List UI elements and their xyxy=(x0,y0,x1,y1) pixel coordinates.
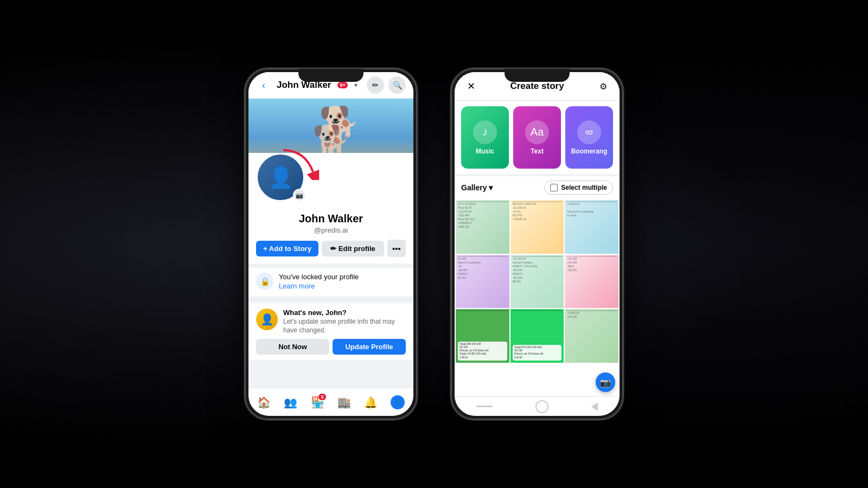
gallery-item-8[interactable]: Target $70-298 (140=sell)SD 238Refusal: … xyxy=(510,309,564,363)
text-label: Text xyxy=(531,147,544,155)
music-label: Music xyxy=(476,147,494,155)
nav-profile[interactable]: 👤 xyxy=(387,391,409,413)
notification-badge: 9+ xyxy=(337,82,347,88)
story-bottom-nav xyxy=(455,396,620,416)
edit-profile-button[interactable]: ✏ Edit profile xyxy=(322,241,384,256)
nav-notifications[interactable]: 🔔 xyxy=(360,391,382,413)
gallery-item-9[interactable]: +9,500.00+$3,200 xyxy=(565,309,618,363)
gallery-dropdown[interactable]: Gallery ▾ xyxy=(461,183,493,192)
phone-1: 12:48 LTE ‹ John Walker 9+ xyxy=(244,68,418,420)
story-type-text[interactable]: Aa Text xyxy=(513,106,561,169)
story-settings-button[interactable]: ⚙ xyxy=(595,78,612,95)
gallery-item-6[interactable]: +$3,400+$1,800-$900+$5,200 xyxy=(565,255,618,309)
select-multiple-icon xyxy=(550,184,558,191)
nav-home[interactable]: 🏠 xyxy=(253,391,275,413)
gallery-item-7-content: Target $85-290-398SD 238Refusal: yet 145… xyxy=(458,342,507,361)
profile-username: @predis.ai xyxy=(256,226,406,234)
story-nav-back xyxy=(591,402,598,411)
story-nav-hamburger xyxy=(476,406,493,407)
gallery-item-5[interactable]: +57,353.00Closed PositionsFINNITY (TXUA-… xyxy=(510,255,564,309)
search-icon-button[interactable]: 🔍 xyxy=(388,76,406,94)
learn-more-link[interactable]: Learn more xyxy=(279,282,315,290)
gallery-item-8-content: Target $70-298 (140=sell)SD 238Refusal: … xyxy=(513,345,562,361)
boomerang-label: Boomerang xyxy=(571,147,608,155)
gallery-item-6-text: +$3,400+$1,800-$900+$5,200 xyxy=(567,257,577,272)
add-to-story-button[interactable]: + Add to Story xyxy=(256,241,318,256)
story-close-button[interactable]: ✕ xyxy=(462,78,480,95)
story-type-music[interactable]: ♪ Music xyxy=(461,106,509,169)
red-arrow-indicator xyxy=(278,147,321,180)
gallery-item-4[interactable]: $7,445Search in positions+B:-$5,488FINNI… xyxy=(456,255,509,309)
lock-icon: 🔒 xyxy=(256,273,273,290)
phone-2-screen: ✕ Create story ⚙ ♪ Music Aa Text ∞ xyxy=(455,72,620,416)
whats-new-avatar: 👤 xyxy=(256,309,278,330)
locked-banner-text: You've locked your profile Learn more xyxy=(279,273,359,291)
phone2-content: ✕ Create story ⚙ ♪ Music Aa Text ∞ xyxy=(455,72,620,396)
gallery-item-5-text: +57,353.00Closed PositionsFINNITY (TXUA-… xyxy=(513,257,538,284)
gallery-item-1[interactable]: UP 1:22 (50%)Price $5.54+11,916.40+$13,4… xyxy=(456,200,509,254)
phone-1-screen: 12:48 LTE ‹ John Walker 9+ xyxy=(248,72,413,416)
avatar-container: 👤 📷 xyxy=(256,153,406,185)
gallery-item-3[interactable]: +9,000.00Search for a companyor stock... xyxy=(565,200,618,254)
gallery-grid: UP 1:22 (50%)Price $5.54+11,916.40+$13,4… xyxy=(455,199,620,364)
profile-nav-avatar: 👤 xyxy=(391,395,405,409)
more-options-button[interactable]: ••• xyxy=(387,240,406,257)
phone1-content: ‹ John Walker 9+ ▾ ✏ 🔍 xyxy=(248,72,413,388)
gallery-item-1-text: UP 1:22 (50%)Price $5.54+11,916.40+$13,4… xyxy=(458,202,476,229)
gallery-header: Gallery ▾ Select multiple xyxy=(455,176,620,199)
whats-new-content: What's new, John? Let's update some prof… xyxy=(283,309,406,335)
marketplace-badge: 5 xyxy=(318,394,326,400)
not-now-button[interactable]: Not Now xyxy=(256,339,329,355)
phone-notch xyxy=(298,69,363,82)
locked-profile-banner: 🔒 You've locked your profile Learn more xyxy=(248,267,413,296)
story-title: Create story xyxy=(480,81,595,92)
back-button[interactable]: ‹ xyxy=(256,78,271,93)
gallery-item-7[interactable]: Target $85-290-398SD 238Refusal: yet 145… xyxy=(456,309,509,363)
gallery-chevron-icon: ▾ xyxy=(489,183,493,192)
gallery-item-2-text: BRAVAFY MAIN FE+$2,830.54+5,421$23,455+F… xyxy=(513,202,537,221)
divider-1 xyxy=(248,299,413,300)
header-chevron-icon[interactable]: ▾ xyxy=(354,81,358,89)
music-icon: ♪ xyxy=(473,120,497,144)
whats-new-title: What's new, John? xyxy=(283,309,406,317)
phone-notch-2 xyxy=(505,69,570,82)
card-action-buttons: Not Now Update Profile xyxy=(256,339,406,355)
gallery-item-3-text: +9,000.00Search for a companyor stock... xyxy=(567,202,593,217)
whats-new-inner: 👤 What's new, John? Let's update some pr… xyxy=(256,309,406,335)
select-multiple-label: Select multiple xyxy=(561,184,607,191)
update-profile-button[interactable]: Update Profile xyxy=(333,339,406,355)
gallery-item-2[interactable]: BRAVAFY MAIN FE+$2,830.54+5,421$23,455+F… xyxy=(510,200,564,254)
nav-store[interactable]: 🏬 xyxy=(334,391,355,413)
select-multiple-button[interactable]: Select multiple xyxy=(544,181,613,195)
action-buttons: + Add to Story ✏ Edit profile ••• xyxy=(256,240,406,257)
edit-icon-button[interactable]: ✏ xyxy=(367,76,384,94)
avatar-camera-button[interactable]: 📷 xyxy=(293,189,306,202)
nav-friends[interactable]: 👥 xyxy=(280,391,302,413)
locked-profile-text: You've locked your profile xyxy=(279,273,359,281)
header-icons: ✏ 🔍 xyxy=(367,76,406,94)
phone-2: ✕ Create story ⚙ ♪ Music Aa Text ∞ xyxy=(450,68,624,420)
whats-new-avatar-emoji: 👤 xyxy=(260,313,274,326)
text-icon: Aa xyxy=(525,120,549,144)
story-nav-home-line xyxy=(535,400,548,413)
gallery-item-4-text: $7,445Search in positions+B:-$5,488FINNI… xyxy=(458,257,481,280)
camera-float-button[interactable]: 📷 xyxy=(596,373,615,392)
whats-new-card: 👤 What's new, John? Let's update some pr… xyxy=(248,303,413,360)
gallery-item-9-text: +9,500.00+$3,200 xyxy=(567,311,579,319)
story-type-boomerang[interactable]: ∞ Boomerang xyxy=(565,106,613,169)
nav-marketplace[interactable]: 🏪 5 xyxy=(307,391,328,413)
whats-new-subtitle: Let's update some profile info that may … xyxy=(283,318,406,335)
bottom-nav-1: 🏠 👥 🏪 5 🏬 🔔 👤 xyxy=(248,388,413,416)
profile-section: 👤 📷 xyxy=(248,153,413,264)
gallery-label: Gallery xyxy=(461,183,487,192)
profile-name: John Walker xyxy=(256,213,406,225)
gallery-content: UP 1:22 (50%)Price $5.54+11,916.40+$13,4… xyxy=(455,199,620,396)
boomerang-icon: ∞ xyxy=(577,120,601,144)
story-types-row: ♪ Music Aa Text ∞ Boomerang xyxy=(455,101,620,174)
